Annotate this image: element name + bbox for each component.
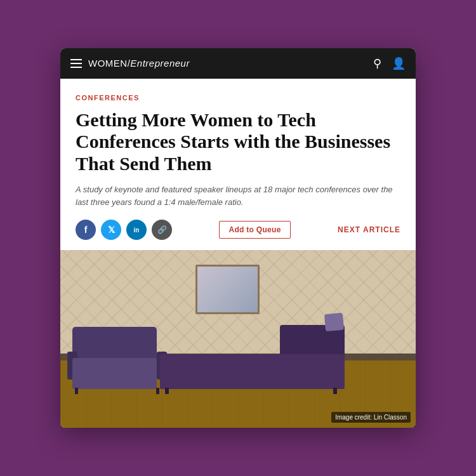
sofa-leg-left xyxy=(165,388,169,394)
link-icon: 🔗 xyxy=(157,225,167,234)
sofa-body xyxy=(160,354,345,389)
article-subtitle: A study of keynote and featured speaker … xyxy=(76,183,400,208)
room-scene xyxy=(60,250,416,428)
picture-frame xyxy=(195,265,260,314)
article-image-placeholder: Image credit: Lin Classon xyxy=(60,250,416,428)
sofa-leg-right xyxy=(333,388,337,394)
user-icon[interactable]: 👤 xyxy=(392,56,406,70)
sofa xyxy=(160,336,345,389)
article-page: WOMEN/Entrepreneur ⚲ 👤 CONFERENCES Getti… xyxy=(60,48,416,428)
nav-left: WOMEN/Entrepreneur xyxy=(70,58,190,69)
search-icon[interactable]: ⚲ xyxy=(373,56,381,70)
copy-link-button[interactable]: 🔗 xyxy=(152,220,172,240)
article-image: Image credit: Lin Classon xyxy=(60,250,416,428)
twitter-icon: 𝕏 xyxy=(108,225,115,235)
brand-name: WOMEN/Entrepreneur xyxy=(88,58,190,69)
linkedin-share-button[interactable]: in xyxy=(126,220,147,240)
facebook-icon: f xyxy=(84,225,88,235)
brand-entrepreneur: Entrepreneur xyxy=(130,58,190,69)
social-icons: f 𝕏 in 🔗 xyxy=(76,220,172,240)
add-to-queue-button[interactable]: Add to Queue xyxy=(219,221,290,239)
brand-women: WOMEN xyxy=(88,58,128,69)
picture-inner xyxy=(197,267,258,312)
twitter-share-button[interactable]: 𝕏 xyxy=(101,220,121,240)
actions-row: f 𝕏 in 🔗 Add to Queue NEXT ARTICLE xyxy=(76,220,400,240)
article-content: CONFERENCES Getting More Women to Tech C… xyxy=(60,79,416,241)
chair-seat xyxy=(72,358,157,389)
hamburger-icon[interactable] xyxy=(70,59,82,68)
nav-right: ⚲ 👤 xyxy=(373,56,406,70)
facebook-share-button[interactable]: f xyxy=(76,220,96,240)
sofa-cushion xyxy=(324,313,344,332)
linkedin-icon: in xyxy=(134,227,140,234)
article-title: Getting More Women to Tech Conferences S… xyxy=(76,109,400,175)
chair-leg-right xyxy=(156,388,159,394)
next-article-link[interactable]: NEXT ARTICLE xyxy=(338,225,400,234)
nav-bar: WOMEN/Entrepreneur ⚲ 👤 xyxy=(60,48,416,79)
chair-leg-left xyxy=(75,388,78,394)
category-label: CONFERENCES xyxy=(76,94,400,102)
image-credit: Image credit: Lin Classon xyxy=(331,412,411,423)
armchair xyxy=(67,327,167,389)
